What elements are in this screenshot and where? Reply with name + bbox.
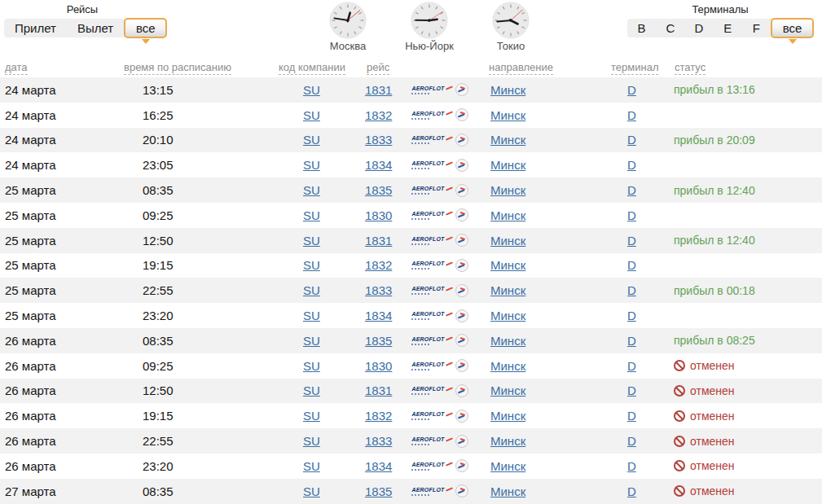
airline-code-link[interactable]: SU (303, 234, 320, 248)
terminal-link[interactable]: D (627, 334, 636, 348)
destination-link[interactable]: Минск (490, 133, 525, 147)
filter-departures-button[interactable]: Вылет (67, 21, 124, 35)
flight-number-link[interactable]: 1835 (365, 183, 392, 197)
airline-code-link[interactable]: SU (303, 309, 320, 322)
flight-number-link[interactable]: 1832 (365, 258, 392, 272)
aeroflot-flag-icon (445, 261, 452, 265)
terminal-d-button[interactable]: D (684, 21, 713, 35)
destination-link[interactable]: Минск (490, 283, 525, 297)
flight-number-link[interactable]: 1833 (365, 434, 392, 448)
column-header-terminal[interactable]: терминал (611, 61, 658, 75)
flight-number-link[interactable]: 1830 (365, 208, 392, 222)
terminal-b-button[interactable]: B (627, 21, 656, 35)
flight-number-link[interactable]: 1833 (365, 283, 392, 297)
destination-link[interactable]: Минск (490, 234, 525, 248)
flight-status: прибыл в 20:09 (670, 134, 822, 147)
terminal-link[interactable]: D (627, 83, 636, 97)
aeroflot-logo-text: AEROFLOT (411, 336, 444, 342)
flight-number-link[interactable]: 1835 (365, 484, 392, 498)
destination-link[interactable]: Минск (490, 434, 525, 448)
flight-number-link[interactable]: 1832 (365, 409, 392, 423)
aeroflot-badge-icon (455, 184, 468, 197)
destination-link[interactable]: Минск (490, 309, 525, 322)
column-header-status[interactable]: статус (675, 61, 706, 75)
terminal-all-button[interactable]: все (771, 18, 814, 38)
column-header-airline-code[interactable]: код компании (279, 61, 345, 75)
column-header-time[interactable]: время по расписанию (124, 61, 231, 75)
terminal-c-button[interactable]: C (656, 21, 684, 35)
destination-link[interactable]: Минск (490, 208, 525, 222)
terminal-link[interactable]: D (627, 208, 636, 222)
column-header-flight[interactable]: рейс (367, 61, 389, 75)
clock-city-label: Нью-Йорк (405, 40, 454, 52)
airline-code-link[interactable]: SU (303, 283, 320, 297)
terminal-e-button[interactable]: E (714, 21, 742, 35)
airline-code-link[interactable]: SU (303, 383, 320, 397)
airline-code-link[interactable]: SU (303, 434, 320, 448)
flight-number-link[interactable]: 1832 (365, 108, 392, 122)
destination-link[interactable]: Минск (490, 334, 525, 348)
column-header-destination[interactable]: направление (489, 61, 553, 75)
terminal-link[interactable]: D (627, 434, 636, 448)
flight-number-link[interactable]: 1831 (365, 383, 392, 397)
flight-number-link[interactable]: 1835 (365, 334, 392, 348)
destination-link[interactable]: Минск (490, 383, 525, 397)
column-header-date[interactable]: дата (5, 61, 28, 75)
airline-code-link[interactable]: SU (303, 83, 320, 97)
destination-link[interactable]: Минск (490, 359, 525, 373)
airline-code-link[interactable]: SU (303, 108, 320, 122)
flight-number-link[interactable]: 1830 (365, 359, 392, 373)
flight-number-link[interactable]: 1834 (365, 309, 392, 322)
terminal-link[interactable]: D (627, 108, 636, 122)
scheduled-time: 09:25 (114, 208, 269, 222)
terminal-link[interactable]: D (627, 383, 636, 397)
terminal-link[interactable]: D (627, 133, 636, 147)
aeroflot-logo-subtext (411, 369, 431, 370)
flight-status: прибыл в 12:40 (670, 184, 822, 197)
aeroflot-badge-icon (455, 208, 468, 221)
airline-code-link[interactable]: SU (303, 459, 320, 473)
flight-number-link[interactable]: 1833 (365, 133, 392, 147)
airline-code-link[interactable]: SU (303, 208, 320, 222)
terminal-link[interactable]: D (627, 234, 636, 248)
airline-code-link[interactable]: SU (303, 133, 320, 147)
aeroflot-logo-text: AEROFLOT (411, 286, 444, 291)
flight-number-link[interactable]: 1831 (365, 83, 392, 97)
flight-status: отменен (670, 410, 822, 423)
airline-code-link[interactable]: SU (303, 258, 320, 272)
destination-link[interactable]: Минск (490, 83, 525, 97)
destination-link[interactable]: Минск (490, 158, 525, 172)
terminal-link[interactable]: D (627, 409, 636, 423)
flight-number-link[interactable]: 1834 (365, 158, 392, 172)
scheduled-time: 23:20 (114, 309, 269, 322)
flight-number-link[interactable]: 1834 (365, 459, 392, 473)
aeroflot-logo-subtext (411, 193, 431, 195)
airline-code-link[interactable]: SU (303, 484, 320, 498)
filter-all-button[interactable]: все (124, 18, 167, 38)
flight-number-link[interactable]: 1831 (365, 234, 392, 248)
airline-code-link[interactable]: SU (303, 409, 320, 423)
aeroflot-badge-icon (455, 108, 468, 121)
airline-code-link[interactable]: SU (303, 334, 320, 348)
terminal-link[interactable]: D (627, 158, 636, 172)
airline-code-link[interactable]: SU (303, 158, 320, 172)
terminal-link[interactable]: D (627, 359, 636, 373)
airline-code-link[interactable]: SU (303, 183, 320, 197)
filter-arrivals-button[interactable]: Прилет (4, 21, 67, 35)
aeroflot-flag-icon (445, 312, 452, 316)
terminal-link[interactable]: D (627, 459, 636, 473)
destination-link[interactable]: Минск (490, 484, 525, 498)
aeroflot-flag-icon (445, 387, 452, 391)
terminal-link[interactable]: D (627, 283, 636, 297)
terminal-link[interactable]: D (627, 484, 636, 498)
terminal-f-button[interactable]: F (742, 21, 771, 35)
terminal-link[interactable]: D (627, 258, 636, 272)
terminal-link[interactable]: D (627, 309, 636, 322)
destination-link[interactable]: Минск (490, 183, 525, 197)
terminal-link[interactable]: D (627, 183, 636, 197)
destination-link[interactable]: Минск (490, 108, 525, 122)
destination-link[interactable]: Минск (490, 409, 525, 423)
destination-link[interactable]: Минск (490, 459, 525, 473)
destination-link[interactable]: Минск (490, 258, 525, 272)
airline-code-link[interactable]: SU (303, 359, 320, 373)
